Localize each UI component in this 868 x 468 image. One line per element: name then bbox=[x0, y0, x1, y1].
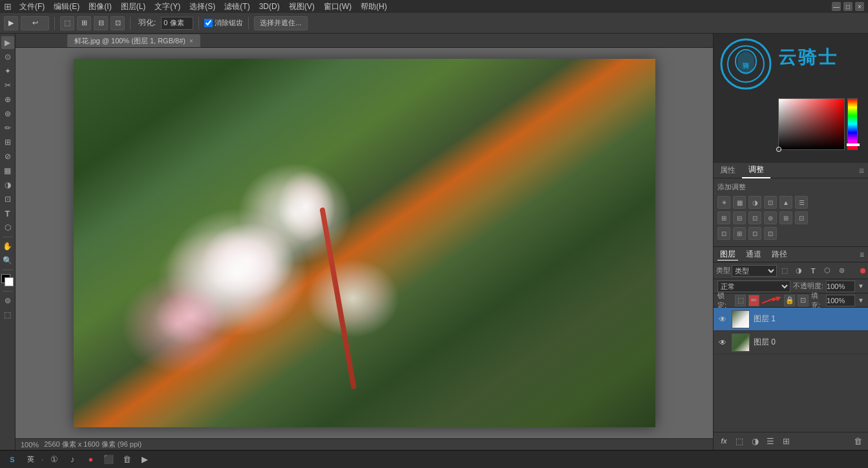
magic-wand-tool[interactable]: ✦ bbox=[1, 65, 14, 78]
taskbar-play-btn[interactable]: ▶ bbox=[138, 452, 152, 467]
clone-tool[interactable]: ⊞ bbox=[1, 136, 14, 149]
colorlookup-adj-icon[interactable]: ⊞ bbox=[779, 211, 792, 224]
filter-type-select[interactable]: 类型 名称 效果 模式 属性 bbox=[732, 265, 777, 277]
move-tool-btn[interactable]: ▶ bbox=[4, 16, 18, 30]
selective-color-adj-icon[interactable]: ⊡ bbox=[764, 227, 777, 240]
brush-tool[interactable]: ✏ bbox=[1, 122, 14, 134]
add-mask-btn[interactable]: ⬚ bbox=[733, 435, 746, 448]
menu-filter[interactable]: 滤镜(T) bbox=[220, 1, 253, 12]
menu-window[interactable]: 窗口(W) bbox=[320, 1, 355, 12]
menu-image[interactable]: 图像(I) bbox=[85, 1, 115, 12]
menu-view[interactable]: 视图(V) bbox=[285, 1, 319, 12]
brightness-adj-icon[interactable]: ☀ bbox=[717, 196, 730, 209]
add-fx-btn[interactable]: fx bbox=[717, 435, 730, 448]
new-selection-btn[interactable]: ⬚ bbox=[60, 16, 74, 30]
maximize-icon[interactable]: □ bbox=[843, 2, 852, 11]
gradient-map-adj-icon[interactable]: ⊡ bbox=[748, 227, 761, 240]
fill-input[interactable] bbox=[826, 295, 855, 306]
taskbar-square-btn[interactable]: ⬛ bbox=[101, 452, 116, 467]
file-tab[interactable]: 鲜花.jpg @ 100% (图层 1, RGB/8#) × bbox=[67, 34, 200, 47]
filter-adjust-btn[interactable]: ◑ bbox=[792, 264, 805, 277]
layer-0-visibility[interactable]: 👁 bbox=[717, 337, 728, 348]
photofilter-adj-icon[interactable]: ⊡ bbox=[748, 211, 761, 224]
lasso-tool[interactable]: ⊙ bbox=[1, 50, 14, 63]
filter-smart-btn[interactable]: ⊚ bbox=[835, 264, 848, 277]
close-icon[interactable]: × bbox=[855, 2, 864, 11]
type-tool[interactable]: T bbox=[1, 207, 14, 220]
group-layers-btn[interactable]: ☰ bbox=[764, 435, 777, 448]
layer-item-0[interactable]: 👁 图层 0 bbox=[714, 331, 868, 354]
taskbar-mic-btn[interactable]: ♪ bbox=[65, 452, 79, 467]
tab-close-btn[interactable]: × bbox=[189, 37, 193, 45]
lock-image-btn[interactable]: ✏ bbox=[748, 295, 759, 306]
lock-transparent-btn[interactable]: ⬚ bbox=[735, 295, 746, 306]
layer-item-1[interactable]: 👁 图层 1 bbox=[714, 308, 868, 331]
levels-adj-icon[interactable]: ▦ bbox=[733, 196, 746, 209]
screen-mode-btn[interactable]: ⬚ bbox=[1, 308, 14, 321]
layers-tab-channels[interactable]: 通道 bbox=[743, 249, 764, 260]
crop-tool[interactable]: ✂ bbox=[1, 79, 14, 92]
anti-alias-checkbox[interactable]: 消除锯齿 bbox=[204, 18, 243, 28]
tab-adjustments[interactable]: 调整 bbox=[742, 163, 770, 178]
color-gradient-picker[interactable] bbox=[778, 98, 845, 150]
add-adjustment-btn[interactable]: ◑ bbox=[748, 435, 761, 448]
eraser-tool[interactable]: ⊘ bbox=[1, 150, 14, 163]
undo-btn[interactable]: ↩ bbox=[21, 16, 49, 30]
menu-file[interactable]: 文件(F) bbox=[16, 1, 48, 12]
taskbar-s-btn[interactable]: S bbox=[5, 452, 19, 467]
selection-tool[interactable]: ▶ bbox=[1, 36, 14, 49]
opacity-dropdown-icon[interactable]: ▼ bbox=[858, 282, 864, 290]
shape-tool[interactable]: ⬡ bbox=[1, 221, 14, 234]
taskbar-circle-btn[interactable]: ① bbox=[47, 452, 61, 467]
filter-shape-btn[interactable]: ⬡ bbox=[821, 264, 834, 277]
menu-edit[interactable]: 编辑(E) bbox=[50, 1, 83, 12]
lock-position-btn[interactable]: 🔒 bbox=[784, 295, 795, 306]
menubar[interactable]: ⊞ 文件(F) 编辑(E) 图像(I) 图层(L) 文字(Y) 选择(S) 滤镜… bbox=[0, 0, 868, 13]
filter-type-btn[interactable]: T bbox=[807, 264, 820, 277]
menu-select[interactable]: 选择(S) bbox=[185, 1, 219, 12]
curves-adj-icon[interactable]: ◑ bbox=[748, 196, 761, 209]
filter-pixel-btn[interactable]: ⬚ bbox=[778, 264, 791, 277]
menu-3d[interactable]: 3D(D) bbox=[255, 2, 284, 11]
taskbar-record-btn[interactable]: ● bbox=[83, 452, 98, 467]
dodge-tool[interactable]: ◑ bbox=[1, 178, 14, 191]
fill-dropdown-icon[interactable]: ▼ bbox=[858, 297, 864, 304]
gradient-tool[interactable]: ▦ bbox=[1, 164, 14, 177]
hsl-adj-icon[interactable]: ☰ bbox=[795, 196, 808, 209]
posterize-adj-icon[interactable]: ⊡ bbox=[717, 227, 730, 240]
hue-strip[interactable] bbox=[847, 98, 858, 150]
menu-text[interactable]: 文字(Y) bbox=[151, 1, 184, 12]
color-swatch[interactable] bbox=[1, 274, 14, 287]
minimize-icon[interactable]: — bbox=[832, 2, 841, 11]
exposure-adj-icon[interactable]: ⊡ bbox=[764, 196, 777, 209]
threshold-adj-icon[interactable]: ⊞ bbox=[733, 227, 746, 240]
heal-tool[interactable]: ⊛ bbox=[1, 107, 14, 120]
eyedropper-tool[interactable]: ⊕ bbox=[1, 93, 14, 106]
subtract-selection-btn[interactable]: ⊟ bbox=[94, 16, 108, 30]
bw-adj-icon[interactable]: ⊟ bbox=[733, 211, 746, 224]
invert-adj-icon[interactable]: ⊡ bbox=[795, 211, 808, 224]
quick-mask-btn[interactable]: ⊚ bbox=[1, 294, 14, 307]
delete-layer-btn[interactable]: 🗑 bbox=[851, 435, 864, 448]
path-tool[interactable]: ⊡ bbox=[1, 193, 14, 206]
menu-layer[interactable]: 图层(L) bbox=[117, 1, 150, 12]
intersect-selection-btn[interactable]: ⊡ bbox=[111, 16, 125, 30]
taskbar-en-btn[interactable]: 英 bbox=[23, 452, 37, 467]
tab-properties[interactable]: 属性 bbox=[714, 163, 742, 178]
colorbalance-adj-icon[interactable]: ⊞ bbox=[717, 211, 730, 224]
add-selection-btn[interactable]: ⊞ bbox=[77, 16, 91, 30]
layers-tab-layers[interactable]: 图层 bbox=[717, 249, 738, 261]
taskbar-trash-btn[interactable]: 🗑 bbox=[120, 452, 134, 467]
vibrance-adj-icon[interactable]: ▲ bbox=[779, 196, 792, 209]
layers-tab-paths[interactable]: 路径 bbox=[769, 249, 790, 260]
lock-all-btn[interactable]: ⊡ bbox=[798, 295, 809, 306]
zoom-tool[interactable]: 🔍 bbox=[1, 254, 14, 267]
channelmixer-adj-icon[interactable]: ⊚ bbox=[764, 211, 777, 224]
panel-options-icon[interactable]: ≡ bbox=[855, 165, 868, 176]
feather-input[interactable] bbox=[161, 17, 193, 30]
layer-1-visibility[interactable]: 👁 bbox=[717, 314, 728, 324]
select-mask-button[interactable]: 选择并遮住... bbox=[254, 16, 307, 30]
layers-panel-menu[interactable]: ≡ bbox=[860, 250, 864, 259]
menu-help[interactable]: 帮助(H) bbox=[357, 1, 391, 12]
add-layer-btn[interactable]: ⊞ bbox=[779, 435, 792, 448]
